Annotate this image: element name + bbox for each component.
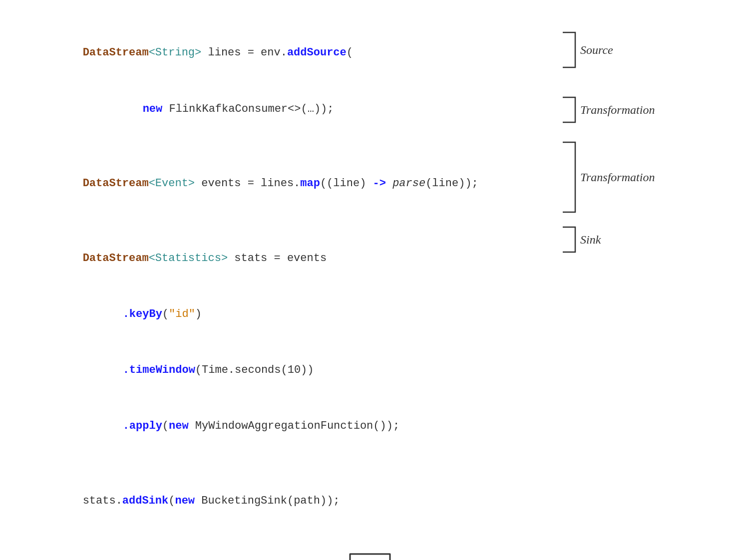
method-keyby: .keyBy: [123, 308, 162, 320]
fn-parse: parse: [392, 177, 425, 190]
source-bracket: [560, 30, 580, 70]
labels-section: Source Transformation Transformation: [550, 25, 710, 529]
svg-marker-0: [340, 554, 400, 560]
method-apply: .apply: [123, 420, 162, 432]
sink-label-group: Sink: [560, 225, 710, 255]
transformation1-bracket: [560, 95, 580, 125]
down-arrow-icon: [340, 549, 400, 560]
keyword-new3: new: [175, 495, 201, 507]
sink-label: Sink: [580, 233, 601, 247]
transformation1-label-group: Transformation: [560, 95, 710, 125]
keyword-new: new: [143, 103, 169, 115]
string-id: "id": [169, 308, 195, 320]
method-addsource: addSource: [287, 46, 347, 59]
source-label: Source: [580, 43, 613, 57]
class-flinkkafka: FlinkKafkaConsumer<>(: [169, 103, 307, 115]
code-line-7: .apply(new MyWindowAggregationFunction()…: [30, 398, 550, 454]
code-line-8: stats.addSink(new BucketingSink(path));: [30, 473, 550, 529]
code-line-6: .timeWindow(Time.seconds(10)): [30, 342, 550, 398]
path-arg: path: [294, 495, 320, 507]
transformation2-label: Transformation: [580, 171, 655, 184]
transformation1-label: Transformation: [580, 103, 655, 117]
main-container: DataStream<String> lines = env.addSource…: [0, 0, 740, 560]
type-string: <String>: [149, 46, 202, 59]
keyword-datastream: DataStream: [83, 46, 149, 59]
code-block: DataStream<String> lines = env.addSource…: [30, 25, 550, 529]
transformation2-label-group: Transformation: [560, 140, 710, 215]
method-timewindow: .timeWindow: [123, 364, 195, 376]
arrow-op: ->: [373, 177, 386, 190]
keyword-datastream2: DataStream: [83, 177, 149, 190]
sink-bracket: [560, 225, 580, 255]
method-addsink: addSink: [122, 495, 168, 507]
type-event: <Event>: [149, 177, 195, 190]
keyword-new2: new: [169, 420, 195, 432]
code-line-2: new FlinkKafkaConsumer<>(…));: [30, 81, 550, 137]
keyword-datastream3: DataStream: [83, 252, 149, 265]
code-line-5: .keyBy("id"): [30, 286, 550, 342]
code-section: DataStream<String> lines = env.addSource…: [30, 25, 710, 529]
source-label-group: Source: [560, 30, 710, 70]
type-statistics: <Statistics>: [149, 252, 228, 265]
code-line-4: DataStream<Statistics> stats = events: [30, 230, 550, 286]
code-text: lines = env.: [201, 46, 287, 59]
code-line-1: DataStream<String> lines = env.addSource…: [30, 25, 550, 81]
transformation2-bracket: [560, 140, 580, 215]
down-arrow-section: [30, 549, 710, 560]
code-line-3: DataStream<Event> events = lines.map((li…: [30, 156, 550, 212]
method-map: map: [300, 177, 320, 190]
